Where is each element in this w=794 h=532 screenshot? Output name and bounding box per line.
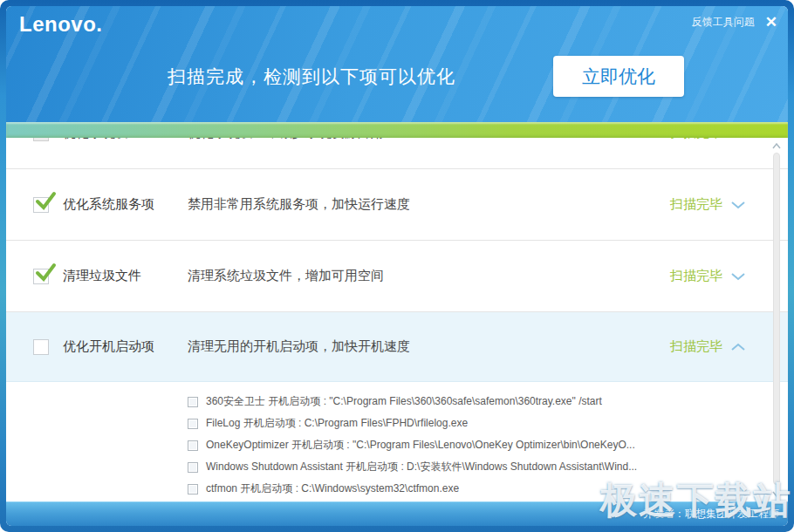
startup-item-label: OneKeyOptimizer 开机启动项 : "C:\Program File… xyxy=(206,438,635,453)
checkbox-startup-items[interactable] xyxy=(33,339,49,355)
row-title: 优化系统设置 xyxy=(63,138,188,141)
row-system-settings[interactable]: 优化系统设置 优化系统设置，减少系统资源占用 扫描完毕 xyxy=(6,138,788,169)
window-frame: Lenovo. 反馈工具问题 ✕ 扫描完成，检测到以下项可以优化 立即优化 优化… xyxy=(0,0,794,532)
startup-item[interactable]: ctfmon 开机启动项 : C:\Windows\system32\ctfmo… xyxy=(188,478,788,500)
startup-item-label: ctfmon 开机启动项 : C:\Windows\system32\ctfmo… xyxy=(206,481,459,496)
checkmark-icon xyxy=(35,191,57,211)
feedback-link[interactable]: 反馈工具问题 xyxy=(692,15,755,30)
row-status: 扫描完毕 xyxy=(670,241,746,311)
row-description: 禁用非常用系统服务项，加快运行速度 xyxy=(188,196,410,213)
checkbox-startup-filelog[interactable] xyxy=(188,419,198,429)
progress-bar xyxy=(6,122,788,138)
row-title: 清理垃圾文件 xyxy=(63,268,188,284)
row-junk-files[interactable]: 清理垃圾文件 清理系统垃圾文件，增加可用空间 扫描完毕 xyxy=(6,241,788,312)
checkbox-startup-shutdown-assistant[interactable] xyxy=(188,462,198,473)
optimize-now-button[interactable]: 立即优化 xyxy=(553,56,684,97)
row-status: 扫描完毕 xyxy=(670,312,746,381)
row-startup-items[interactable]: 优化开机启动项 清理无用的开机启动项，加快开机速度 扫描完毕 xyxy=(6,312,788,382)
startup-item-label: Windows Shutdown Assistant 开机启动项 : D:\安装… xyxy=(206,460,637,474)
startup-items-sublist: 360安全卫士 开机启动项 : "C:\Program Files\360\36… xyxy=(6,382,788,500)
header: Lenovo. 反馈工具问题 ✕ 扫描完成，检测到以下项可以优化 立即优化 xyxy=(6,6,788,122)
checkbox-startup-onekey[interactable] xyxy=(188,440,198,451)
status-badge: 扫描完毕 xyxy=(670,268,722,284)
chevron-down-icon[interactable] xyxy=(730,201,746,209)
row-description: 清理系统垃圾文件，增加可用空间 xyxy=(188,268,384,284)
row-description: 清理无用的开机启动项，加快开机速度 xyxy=(188,338,410,355)
row-description: 优化系统设置，减少系统资源占用 xyxy=(188,138,384,141)
lenovo-logo: Lenovo. xyxy=(19,12,103,37)
developer-text: 开发者：联想集团开发工程师 xyxy=(643,507,779,522)
status-badge: 扫描完毕 xyxy=(670,196,722,213)
startup-item-label: FileLog 开机启动项 : C:\Program Files\FPHD\rf… xyxy=(206,416,468,431)
startup-item-label: 360安全卫士 开机启动项 : "C:\Program Files\360\36… xyxy=(206,394,602,409)
checkbox-startup-ctfmon[interactable] xyxy=(188,484,198,494)
row-status: 扫描完毕 xyxy=(670,138,746,168)
status-badge: 扫描完毕 xyxy=(670,338,722,355)
scrollbar-thumb[interactable] xyxy=(773,153,780,485)
row-title: 优化开机启动项 xyxy=(63,338,188,355)
scroll-down-icon[interactable] xyxy=(770,488,784,499)
chevron-up-icon[interactable] xyxy=(730,343,746,351)
checkbox-junk-files[interactable] xyxy=(33,269,49,284)
window-inner: Lenovo. 反馈工具问题 ✕ 扫描完成，检测到以下项可以优化 立即优化 优化… xyxy=(6,6,788,526)
startup-item[interactable]: OneKeyOptimizer 开机启动项 : "C:\Program File… xyxy=(188,434,788,456)
scan-result-title: 扫描完成，检测到以下项可以优化 xyxy=(168,65,455,89)
startup-item[interactable]: Windows Shutdown Assistant 开机启动项 : D:\安装… xyxy=(188,456,788,478)
titlebar-controls: 反馈工具问题 ✕ xyxy=(692,15,777,30)
row-system-services[interactable]: 优化系统服务项 禁用非常用系统服务项，加快运行速度 扫描完毕 xyxy=(6,169,788,241)
checkbox-system-services[interactable] xyxy=(33,197,49,213)
scroll-up-icon[interactable] xyxy=(770,140,784,151)
status-badge: 扫描完毕 xyxy=(670,138,722,141)
scrollbar xyxy=(770,138,784,501)
footer-bar: 开发者：联想集团开发工程师 xyxy=(6,501,788,526)
optimization-list: 优化系统设置 优化系统设置，减少系统资源占用 扫描完毕 优化系统服务项 禁用非常… xyxy=(6,138,788,501)
row-title: 优化系统服务项 xyxy=(63,196,188,213)
checkbox-system-settings[interactable] xyxy=(33,138,49,141)
checkbox-startup-360[interactable] xyxy=(188,397,198,407)
close-icon[interactable]: ✕ xyxy=(765,15,777,30)
app-window: Lenovo. 反馈工具问题 ✕ 扫描完成，检测到以下项可以优化 立即优化 优化… xyxy=(0,0,794,532)
chevron-down-icon[interactable] xyxy=(730,272,746,281)
startup-item[interactable]: 360安全卫士 开机启动项 : "C:\Program Files\360\36… xyxy=(188,391,788,413)
checkmark-icon xyxy=(35,263,57,283)
row-status: 扫描完毕 xyxy=(670,169,746,240)
startup-item[interactable]: FileLog 开机启动项 : C:\Program Files\FPHD\rf… xyxy=(188,413,788,434)
